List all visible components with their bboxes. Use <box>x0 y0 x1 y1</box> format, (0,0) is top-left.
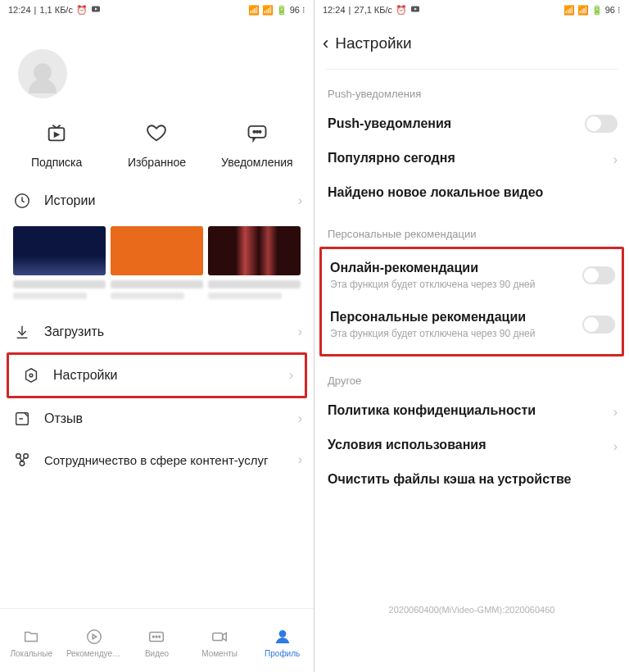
youtube-icon <box>91 4 101 16</box>
status-bar: 12:24 | 1,1 КБ/с ⏰ 📶 📶 🔋 96 ⁝ <box>0 0 314 20</box>
toggle-off[interactable] <box>582 266 615 284</box>
svg-point-4 <box>256 131 258 133</box>
chevron-right-icon: › <box>613 439 618 454</box>
chevron-right-icon: › <box>613 152 618 167</box>
subscribe-label: Подписка <box>31 156 82 169</box>
chevron-right-icon: › <box>298 325 302 339</box>
push-toggle-row[interactable]: Push-уведомления <box>314 107 629 141</box>
settings-icon <box>22 366 40 384</box>
clear-cache-row[interactable]: Очистить файлы кэша на устройстве <box>314 462 629 497</box>
heart-icon <box>145 121 168 148</box>
status-time: 12:24 <box>8 5 31 15</box>
download-label: Загрузить <box>44 325 104 339</box>
highlighted-recommendations: Онлайн-рекомендации Эта функция будет от… <box>319 247 624 356</box>
toggle-off[interactable] <box>585 115 618 133</box>
subscribe-button[interactable]: Подписка <box>11 121 102 169</box>
notifications-label: Уведомления <box>221 156 293 169</box>
online-rec-row[interactable]: Онлайн-рекомендации Эта функция будет от… <box>322 251 622 300</box>
header: ‹ Настройки <box>314 20 629 69</box>
wifi-icon: 📶 <box>563 5 575 16</box>
section-personal: Персональные рекомендации <box>314 210 629 247</box>
tab-video[interactable]: Видео <box>127 628 186 658</box>
settings-row[interactable]: Настройки › <box>7 352 307 398</box>
chevron-right-icon: › <box>298 193 302 208</box>
svg-rect-17 <box>213 633 223 640</box>
battery-dots: ⁝ <box>302 5 305 16</box>
favorites-label: Избранное <box>128 156 186 169</box>
section-push: Push-уведомления <box>314 70 629 107</box>
page-title: Настройки <box>335 34 411 52</box>
download-icon <box>13 323 31 341</box>
profile-screen: 12:24 | 1,1 КБ/с ⏰ 📶 📶 🔋 96 ⁝ Подписка <box>0 0 314 672</box>
alarm-icon: ⏰ <box>396 5 407 16</box>
settings-label: Настройки <box>53 368 117 383</box>
cooperation-label: Сотрудничество в сфере контент-услуг <box>44 453 268 467</box>
svg-point-18 <box>279 631 285 637</box>
back-button[interactable]: ‹ <box>323 33 328 54</box>
wifi-icon: 📶 <box>248 5 260 16</box>
terms-row[interactable]: Условия использования › <box>314 428 629 462</box>
toggle-off[interactable] <box>582 316 615 334</box>
status-speed: 1,1 КБ/с <box>39 5 73 15</box>
chevron-right-icon: › <box>298 452 302 467</box>
section-other: Другое <box>314 356 629 393</box>
svg-rect-13 <box>150 633 164 642</box>
history-label: Истории <box>44 193 95 208</box>
battery-icon: 🔋 <box>276 5 287 16</box>
svg-point-3 <box>253 131 255 133</box>
svg-point-5 <box>259 131 260 133</box>
battery-pct: 96 <box>605 5 615 15</box>
download-row[interactable]: Загрузить › <box>0 311 314 352</box>
thumb-1[interactable] <box>13 226 106 275</box>
history-icon <box>13 192 31 210</box>
tab-moments[interactable]: Моменты <box>190 628 249 658</box>
build-info: 2020060400(MiVideo-GMM):2020060460 <box>314 605 629 615</box>
tab-profile[interactable]: Профиль <box>253 628 312 658</box>
chevron-right-icon: › <box>289 368 293 383</box>
status-time: 12:24 <box>323 5 346 15</box>
svg-point-12 <box>88 630 102 644</box>
feedback-label: Отзыв <box>44 411 83 426</box>
tab-local[interactable]: Локальные <box>2 628 61 658</box>
settings-screen: 12:24 | 27,1 КБ/с ⏰ 📶 📶 🔋 96 ⁝ ‹ Настрой… <box>314 0 629 672</box>
feedback-row[interactable]: Отзыв › <box>0 398 314 439</box>
tab-recommend[interactable]: Рекомендуем... <box>65 628 124 658</box>
battery-dots: ⁝ <box>618 5 621 16</box>
thumb-3[interactable] <box>208 226 301 275</box>
avatar[interactable] <box>18 49 67 98</box>
personal-rec-row[interactable]: Персональные рекомендации Эта функция бу… <box>322 300 622 349</box>
privacy-row[interactable]: Политика конфиденциальности › <box>314 393 629 428</box>
cooperation-row[interactable]: Сотрудничество в сфере контент-услуг › <box>0 439 314 480</box>
subscribe-icon <box>45 121 68 148</box>
signal-icon: 📶 <box>577 5 589 16</box>
svg-point-14 <box>153 636 155 638</box>
chevron-right-icon: › <box>298 411 302 426</box>
message-icon <box>246 121 269 148</box>
status-speed: 27,1 КБ/с <box>354 5 392 15</box>
alarm-icon: ⏰ <box>76 5 88 16</box>
signal-icon: 📶 <box>262 5 274 16</box>
battery-icon: 🔋 <box>591 5 603 16</box>
chevron-right-icon: › <box>613 405 618 420</box>
svg-point-7 <box>29 374 33 377</box>
history-thumbs <box>0 221 314 279</box>
status-bar: 12:24 | 27,1 КБ/с ⏰ 📶 📶 🔋 96 ⁝ <box>314 0 629 20</box>
svg-point-15 <box>156 636 158 638</box>
link-icon <box>13 451 31 469</box>
profile-actions: Подписка Избранное Уведомления <box>0 98 314 180</box>
found-local-row[interactable]: Найдено новое локальное видео <box>314 175 629 210</box>
history-row[interactable]: Истории › <box>0 180 314 221</box>
youtube-icon <box>410 4 420 16</box>
tab-bar: Локальные Рекомендуем... Видео Моменты П… <box>0 608 314 672</box>
feedback-icon <box>13 410 31 428</box>
battery-pct: 96 <box>290 5 300 15</box>
favorites-button[interactable]: Избранное <box>111 121 201 169</box>
thumb-2[interactable] <box>111 226 203 275</box>
notifications-button[interactable]: Уведомления <box>212 121 302 169</box>
svg-point-16 <box>159 636 161 638</box>
popular-row[interactable]: Популярно сегодня › <box>314 141 629 175</box>
